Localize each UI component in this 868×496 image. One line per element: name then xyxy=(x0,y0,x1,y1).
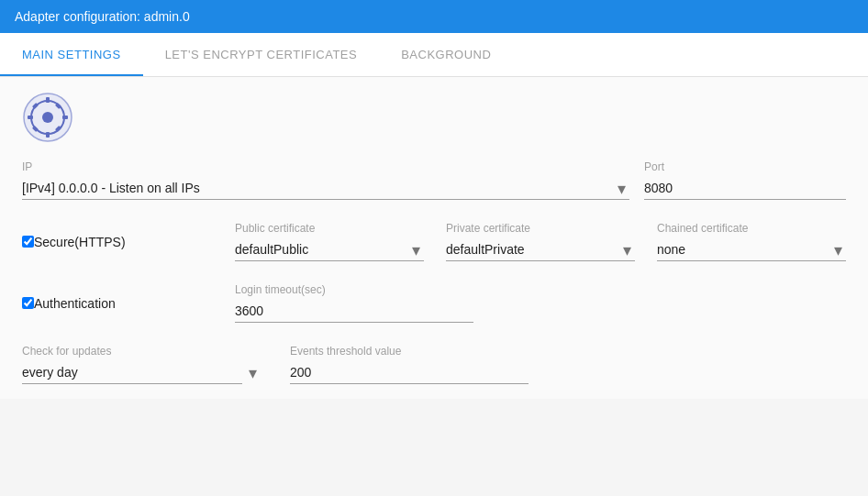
ip-select-wrapper: [IPv4] 0.0.0.0 - Listen on all IPs ▾ xyxy=(22,177,629,200)
events-threshold-group: Events threshold value xyxy=(290,345,529,384)
chained-cert-select[interactable]: none xyxy=(657,238,846,261)
check-updates-select-wrapper: every day every week never ▾ xyxy=(22,361,261,384)
check-updates-group: Check for updates every day every week n… xyxy=(22,345,261,384)
svg-point-2 xyxy=(42,112,53,123)
main-content: IP [IPv4] 0.0.0.0 - Listen on all IPs ▾ … xyxy=(0,77,868,399)
port-label: Port xyxy=(644,160,846,173)
login-timeout-group: Login timeout(sec) xyxy=(235,283,473,323)
logo-area xyxy=(22,92,846,146)
public-cert-select[interactable]: defaultPublic xyxy=(235,238,424,261)
title-bar: Adapter configuration: admin.0 xyxy=(0,0,868,33)
svg-rect-3 xyxy=(46,97,50,103)
public-cert-label: Public certificate xyxy=(235,222,424,235)
chained-cert-group: Chained certificate none ▾ xyxy=(657,222,846,261)
chained-cert-select-wrapper: none ▾ xyxy=(657,238,846,261)
private-cert-group: Private certificate defaultPrivate ▾ xyxy=(446,222,635,261)
tab-background[interactable]: BACKGROUND xyxy=(379,35,513,76)
cert-fields: Public certificate defaultPublic ▾ Priva… xyxy=(235,222,846,261)
login-timeout-input[interactable] xyxy=(235,300,473,323)
public-cert-group: Public certificate defaultPublic ▾ xyxy=(235,222,424,261)
auth-fields: Login timeout(sec) xyxy=(235,283,473,323)
check-updates-label: Check for updates xyxy=(22,345,261,358)
authentication-label: Authentication xyxy=(34,296,116,311)
private-cert-select[interactable]: defaultPrivate xyxy=(446,238,635,261)
tab-bar: MAIN SETTINGS LET'S ENCRYPT CERTIFICATES… xyxy=(0,33,868,77)
auth-check-wrapper: Authentication xyxy=(22,296,206,311)
ip-field-group: IP [IPv4] 0.0.0.0 - Listen on all IPs ▾ xyxy=(22,160,629,200)
ip-select[interactable]: [IPv4] 0.0.0.0 - Listen on all IPs xyxy=(22,177,629,200)
auth-section: Authentication Login timeout(sec) xyxy=(22,283,846,323)
ip-port-row: IP [IPv4] 0.0.0.0 - Listen on all IPs ▾ … xyxy=(22,160,846,200)
secure-https-checkbox[interactable] xyxy=(22,236,34,248)
private-cert-label: Private certificate xyxy=(446,222,635,235)
bottom-row: Check for updates every day every week n… xyxy=(22,345,846,384)
tab-letsencrypt[interactable]: LET'S ENCRYPT CERTIFICATES xyxy=(143,35,380,76)
ip-label: IP xyxy=(22,160,629,173)
svg-rect-5 xyxy=(28,116,33,119)
tab-main-settings[interactable]: MAIN SETTINGS xyxy=(0,35,143,76)
secure-https-label: Secure(HTTPS) xyxy=(34,235,126,249)
adapter-logo xyxy=(22,92,73,143)
public-cert-select-wrapper: defaultPublic ▾ xyxy=(235,238,424,261)
https-check-wrapper: Secure(HTTPS) xyxy=(22,235,206,249)
https-section: Secure(HTTPS) Public certificate default… xyxy=(22,222,846,261)
events-threshold-label: Events threshold value xyxy=(290,345,529,358)
events-threshold-input[interactable] xyxy=(290,361,529,384)
check-updates-select[interactable]: every day every week never xyxy=(22,361,242,384)
chained-cert-label: Chained certificate xyxy=(657,222,846,235)
port-field-group: Port xyxy=(644,160,846,200)
login-timeout-label: Login timeout(sec) xyxy=(235,283,473,296)
port-input[interactable] xyxy=(644,177,846,200)
authentication-checkbox[interactable] xyxy=(22,297,34,309)
check-updates-dropdown-icon: ▾ xyxy=(249,365,257,381)
private-cert-select-wrapper: defaultPrivate ▾ xyxy=(446,238,635,261)
svg-rect-4 xyxy=(46,132,50,138)
svg-rect-6 xyxy=(62,116,68,119)
title-text: Adapter configuration: admin.0 xyxy=(15,9,190,24)
